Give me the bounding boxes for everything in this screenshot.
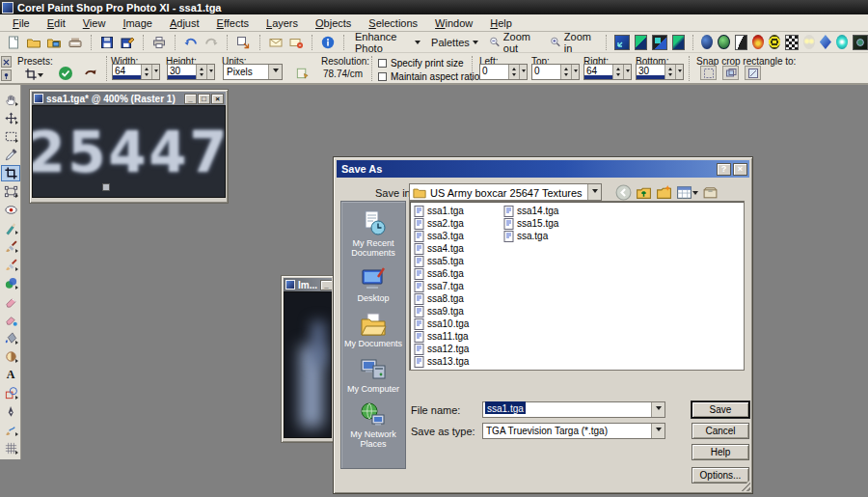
- save-as-button[interactable]: [120, 33, 135, 51]
- move-tool[interactable]: [1, 110, 20, 126]
- width-spinner[interactable]: 64: [112, 64, 160, 80]
- height-spinner[interactable]: 30: [167, 64, 215, 80]
- chevron-down-icon[interactable]: [268, 65, 282, 79]
- share-button[interactable]: [288, 33, 304, 51]
- back-icon[interactable]: [615, 184, 632, 201]
- pin-palette-icon[interactable]: [1, 69, 12, 81]
- open-image-button[interactable]: [26, 33, 41, 51]
- file-item[interactable]: ssa13.tga: [414, 355, 486, 368]
- save-in-select[interactable]: US Army boxcar 25647 Textures: [409, 183, 602, 201]
- browse-button[interactable]: [46, 33, 62, 51]
- dialog-titlebar[interactable]: Save As ? ×: [337, 160, 749, 178]
- pattern-effect-icon[interactable]: [785, 35, 798, 50]
- photo-contrast-icon[interactable]: [735, 35, 747, 50]
- file-list[interactable]: ssa1.tga ssa2.tga ssa3.tga ssa4.tga ssa5…: [409, 201, 745, 371]
- selection-tool[interactable]: [1, 128, 20, 145]
- spin-up-icon[interactable]: [197, 65, 206, 72]
- text-tool[interactable]: A: [1, 367, 20, 383]
- bottom-spinner[interactable]: 30: [636, 64, 684, 80]
- presets-dropdown[interactable]: [21, 66, 46, 83]
- globe-effect-icon[interactable]: [718, 35, 730, 49]
- zoom-in-button[interactable]: Zoom in: [547, 31, 598, 54]
- close-icon[interactable]: ×: [211, 94, 224, 104]
- apply-button[interactable]: [56, 65, 75, 82]
- camera-effect-icon[interactable]: [853, 35, 868, 50]
- zoom-out-button[interactable]: Zoom out: [486, 31, 542, 54]
- crop-tool[interactable]: [1, 165, 20, 181]
- slider-popup-icon[interactable]: [675, 65, 683, 79]
- menu-layers[interactable]: Layers: [258, 15, 307, 31]
- print-size-icon[interactable]: [292, 64, 312, 81]
- preview-window-icon[interactable]: [672, 35, 685, 50]
- palettes-dropdown[interactable]: Palettes: [428, 37, 481, 48]
- target-effect-icon[interactable]: [769, 35, 780, 49]
- file-item[interactable]: ssa6.tga: [414, 267, 486, 280]
- file-item[interactable]: ssa10.tga: [414, 318, 486, 330]
- image-canvas-2[interactable]: [284, 291, 332, 438]
- menu-selections[interactable]: Selections: [360, 15, 426, 31]
- lighten-darken-tool[interactable]: [1, 348, 20, 365]
- snap-layer-icon[interactable]: [722, 66, 739, 80]
- menu-help[interactable]: Help: [481, 15, 521, 31]
- checkbox-icon[interactable]: [378, 59, 387, 68]
- makeover-tool[interactable]: [1, 220, 20, 236]
- save-as-type-select[interactable]: TGA Truevision Targa (*.tga): [482, 423, 665, 439]
- undo-button[interactable]: [183, 33, 199, 51]
- context-help-icon[interactable]: ?: [717, 163, 731, 176]
- spin-up-icon[interactable]: [509, 65, 519, 72]
- save-button[interactable]: [99, 33, 115, 51]
- dropper-tool[interactable]: [1, 147, 20, 163]
- reset-button[interactable]: [81, 65, 100, 82]
- maintain-aspect-ratio-checkbox[interactable]: Maintain aspect ratio: [378, 71, 479, 82]
- spin-up-icon[interactable]: [561, 65, 571, 72]
- place-my-network-places[interactable]: My Network Places: [342, 402, 404, 449]
- file-item[interactable]: ssa5.tga: [414, 255, 486, 267]
- spin-up-icon[interactable]: [613, 65, 623, 72]
- email-button[interactable]: [268, 33, 284, 51]
- slider-popup-icon[interactable]: [206, 65, 214, 79]
- clone-brush-tool[interactable]: [1, 238, 20, 255]
- pick-tool[interactable]: [1, 183, 20, 200]
- spin-down-icon[interactable]: [197, 72, 206, 80]
- background-eraser-tool[interactable]: [1, 312, 20, 328]
- warp-brush-tool[interactable]: [1, 422, 20, 438]
- chevron-down-icon[interactable]: [651, 402, 665, 417]
- snap-selection-icon[interactable]: [745, 66, 761, 80]
- eraser-tool[interactable]: [1, 293, 20, 310]
- crop-handle[interactable]: [102, 183, 110, 191]
- chevron-down-icon[interactable]: [651, 424, 665, 438]
- new-image-button[interactable]: [6, 33, 21, 51]
- image-canvas[interactable]: 25447: [32, 105, 226, 198]
- pan-tool[interactable]: [1, 92, 20, 108]
- pen-tool[interactable]: [1, 403, 20, 420]
- file-item[interactable]: ssa12.tga: [414, 343, 486, 355]
- minimize-icon[interactable]: _: [184, 94, 197, 104]
- menu-file[interactable]: File: [4, 15, 39, 31]
- place-my-computer[interactable]: My Computer: [342, 357, 404, 394]
- slider-popup-icon[interactable]: [519, 65, 527, 79]
- view-menu-dropdown[interactable]: [676, 184, 698, 201]
- file-item[interactable]: ssa15.tga: [503, 217, 576, 230]
- menu-objects[interactable]: Objects: [307, 15, 360, 31]
- info-button[interactable]: [320, 33, 336, 51]
- place-my-recent-documents[interactable]: My Recent Documents: [342, 209, 404, 258]
- spin-down-icon[interactable]: [613, 72, 623, 80]
- file-item[interactable]: ssa9.tga: [414, 305, 486, 318]
- close-palette-icon[interactable]: [1, 56, 12, 68]
- file-item[interactable]: ssa3.tga: [414, 230, 486, 242]
- redo-button[interactable]: [203, 33, 219, 51]
- close-icon[interactable]: ×: [733, 163, 747, 176]
- print-button[interactable]: [151, 33, 167, 51]
- right-spinner[interactable]: 64: [583, 64, 632, 80]
- file-name-input[interactable]: ssa1.tga: [482, 401, 665, 418]
- file-item[interactable]: ssa1.tga: [414, 205, 486, 217]
- color-changer-tool[interactable]: [1, 275, 20, 291]
- scan-button[interactable]: [67, 33, 82, 51]
- file-item[interactable]: ssa4.tga: [414, 242, 486, 255]
- menu-window[interactable]: Window: [426, 15, 481, 31]
- fit-window-icon[interactable]: [614, 35, 630, 50]
- flame-effect-icon[interactable]: [752, 35, 764, 49]
- maximize-icon[interactable]: □: [198, 94, 210, 104]
- dual-view-icon[interactable]: [652, 35, 667, 50]
- file-item[interactable]: ssa14.tga: [503, 205, 576, 217]
